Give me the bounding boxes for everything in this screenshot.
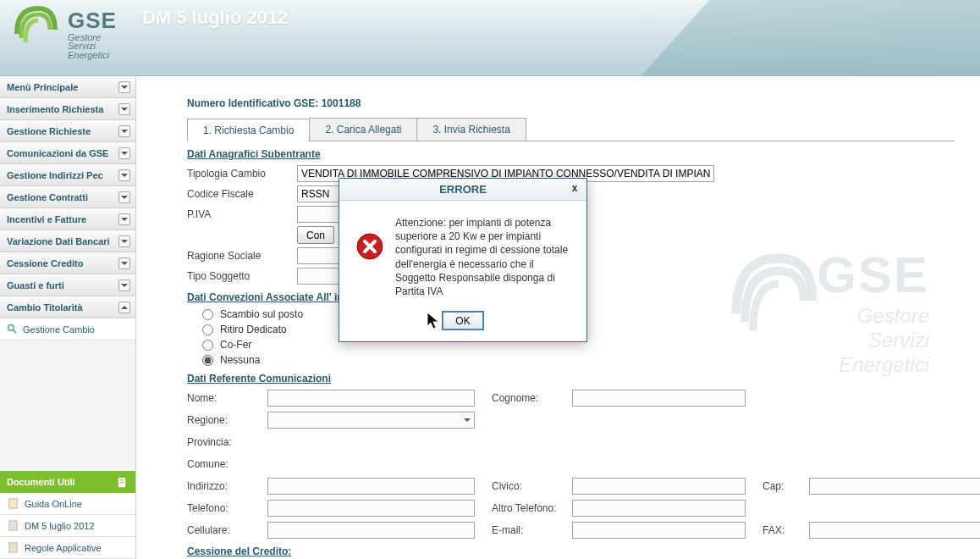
nav-cessione-credito[interactable]: Cessione Credito: [0, 252, 135, 274]
doc-icon: [7, 519, 19, 532]
input-cellulare[interactable]: [267, 522, 475, 539]
error-dialog: ERRORE x Attenzione: per impianti di pot…: [339, 178, 587, 342]
tab-invia-richiesta[interactable]: 3. Invia Richiesta: [416, 118, 526, 141]
nav-variazione-dati-bancari[interactable]: Variazione Dati Bancari: [0, 230, 135, 252]
doc-icon: [7, 497, 19, 510]
doc-guida-online[interactable]: Guida OnLine: [0, 493, 135, 515]
close-button[interactable]: x: [568, 182, 581, 196]
step-tabs: 1. Richiesta Cambio 2. Carica Allegati 3…: [187, 118, 955, 141]
svg-rect-6: [9, 521, 17, 530]
tab-richiesta-cambio[interactable]: 1. Richiesta Cambio: [187, 119, 310, 141]
chevron-down-icon: [118, 103, 130, 115]
chevron-down-icon: [118, 235, 130, 247]
logo-icon: [13, 4, 59, 64]
button-conferma[interactable]: Con: [297, 226, 334, 244]
doc-dm-5-luglio[interactable]: DM 5 luglio 2012: [0, 515, 135, 537]
input-indirizzo[interactable]: [267, 478, 475, 495]
label-tipo-soggetto: Tipo Soggetto: [187, 270, 297, 282]
section-cessione-credito: Cessione del Credito:: [187, 545, 955, 557]
section-dati-anagrafici: Dati Anagrafici Subentrante: [187, 148, 955, 160]
nav-gestione-richieste[interactable]: Gestione Richieste: [0, 120, 135, 142]
label-codice-fiscale: Codice Fiscale: [187, 188, 297, 200]
logo-text: GSE: [68, 8, 117, 34]
section-dati-referente: Dati Referente Comunicazioni: [187, 373, 955, 385]
chevron-down-icon: [118, 169, 130, 181]
doc-regole-applicative[interactable]: Regole Applicative: [0, 537, 135, 559]
svg-rect-5: [9, 499, 17, 508]
label-piva: P.IVA: [187, 208, 297, 220]
chevron-down-icon: [118, 81, 130, 93]
doc-icon: [7, 541, 19, 554]
svg-line-1: [13, 329, 16, 333]
label-ragione-sociale: Ragione Sociale: [187, 250, 297, 262]
chevron-down-icon: [118, 125, 130, 137]
chevron-down-icon: [118, 280, 130, 291]
input-cap[interactable]: [809, 478, 980, 495]
error-icon: [356, 233, 383, 260]
document-icon: [116, 476, 129, 489]
logo: GSE Gestore Servizi Energetici: [13, 0, 117, 64]
nav-cambio-titolarita[interactable]: Cambio Titolarità: [0, 296, 135, 318]
ok-button[interactable]: OK: [443, 312, 483, 329]
input-email[interactable]: [572, 522, 746, 539]
docs-header: Documenti Utili: [0, 471, 135, 493]
svg-rect-7: [9, 543, 17, 552]
chevron-down-icon: [118, 147, 130, 159]
nav-guasti-furti[interactable]: Guasti e furti: [0, 274, 135, 296]
tab-carica-allegati[interactable]: 2. Carica Allegati: [309, 118, 417, 141]
dialog-title: ERRORE x: [339, 179, 586, 201]
page-title: DM 5 luglio 2012: [142, 7, 288, 29]
app-header: GSE Gestore Servizi Energetici DM 5 lugl…: [0, 0, 980, 76]
nav-menu-principale[interactable]: Menù Principale: [0, 76, 135, 98]
select-regione[interactable]: [267, 412, 475, 429]
chevron-down-icon: [118, 191, 130, 203]
header-decoration: [641, 0, 980, 75]
input-civico[interactable]: [572, 478, 746, 495]
input-telefono[interactable]: [267, 500, 475, 517]
nav-incentivi-fatture[interactable]: Incentivi e Fatture: [0, 208, 135, 230]
input-nome[interactable]: [267, 390, 475, 407]
input-cognome[interactable]: [572, 390, 746, 407]
radio-nessuna[interactable]: Nessuna: [202, 354, 955, 366]
svg-point-0: [8, 325, 14, 331]
chevron-down-icon: [118, 213, 130, 225]
identificativo-gse: Numero Identificativo GSE: 1001188: [187, 97, 955, 109]
sidebar: Menù Principale Inserimento Richiesta Ge…: [0, 76, 136, 559]
nav-comunicazioni-gse[interactable]: Comunicazioni da GSE: [0, 142, 135, 164]
search-icon: [7, 324, 18, 335]
nav-gestione-contratti[interactable]: Gestione Contratti: [0, 186, 135, 208]
label-tipologia: Tipologia Cambio: [187, 168, 297, 180]
nav-sub-gestione-cambio[interactable]: Gestione Cambio: [0, 318, 135, 340]
chevron-up-icon: [118, 302, 130, 313]
nav-inserimento-richiesta[interactable]: Inserimento Richiesta: [0, 98, 135, 120]
dialog-message: Attenzione: per impianti di potenza supe…: [395, 216, 570, 298]
input-altro-telefono[interactable]: [572, 500, 746, 517]
chevron-down-icon: [118, 257, 130, 269]
input-fax[interactable]: [809, 522, 980, 539]
nav-gestione-indirizzi-pec[interactable]: Gestione Indirizzi Pec: [0, 164, 135, 186]
